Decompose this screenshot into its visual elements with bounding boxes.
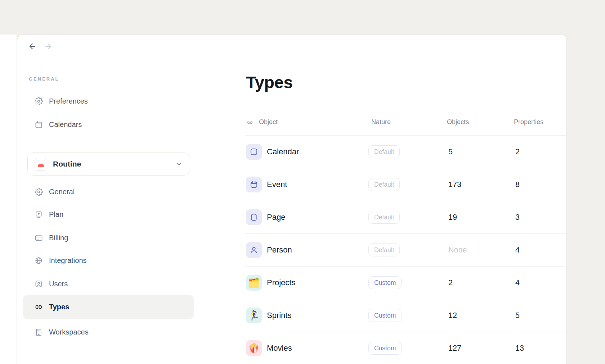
types-table: Calendar Default 5 2 Event Default 173 8 bbox=[245, 135, 566, 364]
types-page: Types Object Nature Objects Properties C… bbox=[199, 35, 566, 364]
properties-count: 3 bbox=[515, 213, 520, 222]
calendar-icon bbox=[35, 120, 43, 129]
workspace-name: Routine bbox=[53, 160, 81, 168]
nature-badge: Default bbox=[368, 244, 400, 256]
nature-badge: Default bbox=[368, 178, 400, 191]
event-calendar-icon bbox=[249, 180, 259, 189]
sidebar-item-label: Users bbox=[49, 280, 68, 288]
sidebar-item-users[interactable]: Users bbox=[17, 272, 199, 295]
page-icon bbox=[249, 213, 259, 222]
building-icon bbox=[35, 328, 43, 336]
objects-count: 12 bbox=[448, 311, 457, 320]
history-nav bbox=[28, 42, 53, 51]
sidebar-item-label: Preferences bbox=[49, 97, 88, 105]
nature-badge: Default bbox=[368, 145, 400, 158]
table-row-sprints[interactable]: 🏃‍♀️ Sprints Custom 12 5 bbox=[245, 299, 566, 332]
sidebar-item-plan[interactable]: Plan bbox=[17, 203, 199, 226]
sidebar-item-label: Calendars bbox=[49, 120, 82, 129]
type-name: Calendar bbox=[267, 147, 299, 156]
link-icon bbox=[35, 303, 43, 311]
type-name: Event bbox=[267, 180, 287, 189]
properties-count: 4 bbox=[515, 246, 520, 255]
gear-icon bbox=[35, 97, 43, 105]
type-icon-tile: 🏃‍♀️ bbox=[246, 308, 262, 323]
sidebar-item-label: Workspaces bbox=[49, 328, 89, 336]
upload-screen-icon bbox=[35, 210, 43, 219]
nature-badge: Custom bbox=[368, 309, 402, 322]
type-icon-tile bbox=[246, 242, 262, 258]
objects-count: 127 bbox=[448, 344, 461, 353]
objects-count: 2 bbox=[448, 278, 453, 287]
objects-count: 173 bbox=[448, 180, 461, 189]
properties-count: 13 bbox=[515, 344, 524, 353]
objects-count: 5 bbox=[448, 147, 453, 156]
nature-badge: Custom bbox=[368, 276, 402, 289]
type-icon-tile: 🗂️ bbox=[246, 275, 262, 291]
type-icon-tile bbox=[246, 209, 262, 225]
settings-sidebar: GENERAL Preferences Calendars Routine Ge… bbox=[17, 35, 199, 364]
sidebar-section-general: GENERAL bbox=[29, 76, 59, 82]
table-row-event[interactable]: Event Default 173 8 bbox=[245, 168, 566, 201]
column-header-object: Object bbox=[259, 118, 278, 126]
sidebar-item-types[interactable]: Types bbox=[23, 295, 194, 319]
type-name: Projects bbox=[267, 278, 295, 287]
table-row-movies[interactable]: 🍿 Movies Custom 127 13 bbox=[245, 332, 566, 364]
credit-card-icon bbox=[35, 234, 43, 242]
properties-count: 5 bbox=[515, 311, 520, 320]
type-name: Movies bbox=[267, 343, 292, 353]
type-name: Sprints bbox=[267, 311, 291, 320]
sidebar-item-integrations[interactable]: Integrations bbox=[17, 249, 199, 272]
objects-count: 19 bbox=[448, 213, 457, 222]
sidebar-item-label: Types bbox=[49, 303, 69, 311]
table-row-calendar[interactable]: Calendar Default 5 2 bbox=[245, 135, 566, 168]
type-icon-tile bbox=[246, 144, 262, 160]
type-name: Page bbox=[267, 213, 285, 222]
sidebar-item-label: Billing bbox=[49, 234, 68, 242]
settings-window: GENERAL Preferences Calendars Routine Ge… bbox=[17, 34, 567, 364]
sidebar-item-billing[interactable]: Billing bbox=[17, 226, 199, 249]
forward-arrow-icon[interactable] bbox=[44, 42, 53, 51]
properties-count: 2 bbox=[515, 147, 520, 156]
page-title: Types bbox=[246, 72, 293, 92]
routine-logo bbox=[35, 158, 47, 170]
globe-icon bbox=[35, 256, 43, 265]
gear-icon bbox=[35, 188, 43, 196]
sidebar-item-preferences[interactable]: Preferences bbox=[17, 90, 199, 113]
properties-count: 4 bbox=[515, 278, 520, 287]
sidebar-item-general[interactable]: General bbox=[17, 180, 199, 203]
routine-sun-shape bbox=[38, 164, 44, 167]
background-panel bbox=[0, 35, 17, 364]
card-index-dividers-emoji-icon: 🗂️ bbox=[248, 278, 260, 287]
nature-badge: Default bbox=[368, 211, 400, 224]
runner-emoji-icon: 🏃‍♀️ bbox=[248, 311, 260, 320]
person-icon bbox=[249, 245, 259, 255]
type-icon-tile bbox=[246, 177, 262, 192]
table-row-projects[interactable]: 🗂️ Projects Custom 2 4 bbox=[245, 266, 566, 299]
column-header-objects: Objects bbox=[447, 118, 469, 126]
nature-badge: Custom bbox=[368, 342, 402, 355]
link-icon bbox=[247, 119, 253, 126]
sidebar-item-label: General bbox=[49, 188, 75, 196]
workspace-selector[interactable]: Routine bbox=[27, 153, 190, 176]
chevron-down-icon bbox=[175, 161, 182, 168]
type-name: Person bbox=[267, 245, 292, 255]
column-header-nature: Nature bbox=[371, 118, 391, 126]
table-header: Object Nature Objects Properties bbox=[245, 115, 566, 129]
user-square-icon bbox=[35, 280, 43, 288]
table-row-page[interactable]: Page Default 19 3 bbox=[245, 201, 566, 233]
table-row-person[interactable]: Person Default None 4 bbox=[245, 233, 566, 266]
column-header-properties: Properties bbox=[514, 118, 543, 126]
properties-count: 8 bbox=[515, 180, 520, 189]
sidebar-item-label: Plan bbox=[49, 210, 63, 219]
sidebar-item-label: Integrations bbox=[49, 256, 87, 265]
back-arrow-icon[interactable] bbox=[28, 42, 37, 51]
type-icon-tile: 🍿 bbox=[246, 340, 262, 356]
sidebar-item-workspaces[interactable]: Workspaces bbox=[17, 320, 199, 343]
objects-count: None bbox=[448, 246, 467, 255]
sidebar-item-calendars[interactable]: Calendars bbox=[17, 113, 199, 136]
calendar-square-icon bbox=[249, 147, 259, 156]
popcorn-emoji-icon: 🍿 bbox=[248, 343, 260, 353]
